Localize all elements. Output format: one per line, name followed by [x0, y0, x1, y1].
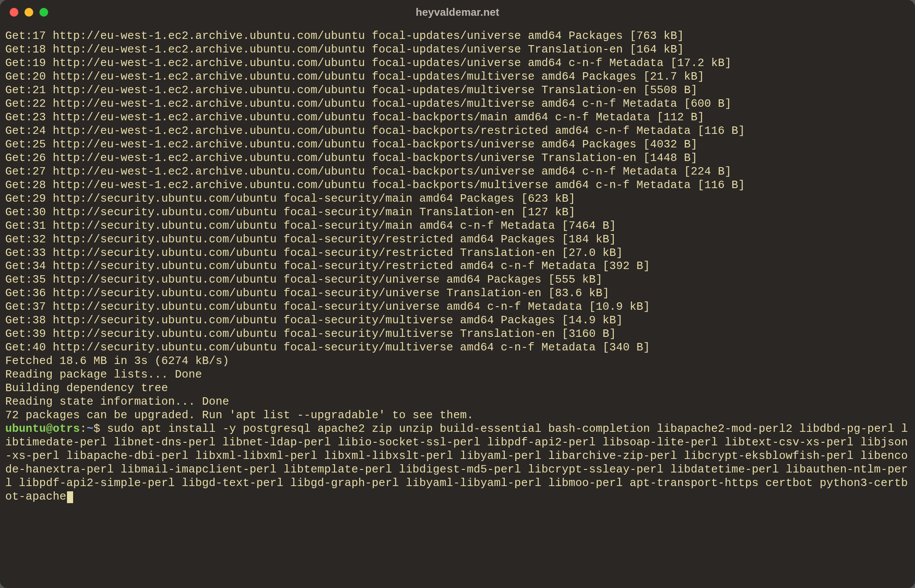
minimize-icon[interactable] — [25, 8, 33, 17]
cursor-icon — [67, 491, 73, 503]
prompt: ubuntu@otrs:~$ — [5, 423, 100, 435]
terminal-output: Get:17 http://eu-west-1.ec2.archive.ubun… — [5, 30, 745, 422]
prompt-at: @ — [46, 423, 53, 435]
window-title: heyvaldemar.net — [415, 6, 499, 18]
traffic-lights — [10, 8, 48, 17]
close-icon[interactable] — [10, 8, 18, 17]
command-input[interactable]: sudo apt install -y postgresql apache2 z… — [5, 423, 908, 503]
prompt-host: otrs — [53, 423, 80, 435]
terminal-body[interactable]: Get:17 http://eu-west-1.ec2.archive.ubun… — [0, 24, 915, 508]
prompt-colon: : — [80, 423, 87, 435]
zoom-icon[interactable] — [39, 8, 48, 17]
prompt-symbol: $ — [94, 423, 101, 435]
prompt-path: ~ — [87, 423, 94, 435]
titlebar: heyvaldemar.net — [0, 0, 915, 24]
prompt-user: ubuntu — [5, 423, 46, 435]
terminal-window: heyvaldemar.net Get:17 http://eu-west-1.… — [0, 0, 915, 588]
